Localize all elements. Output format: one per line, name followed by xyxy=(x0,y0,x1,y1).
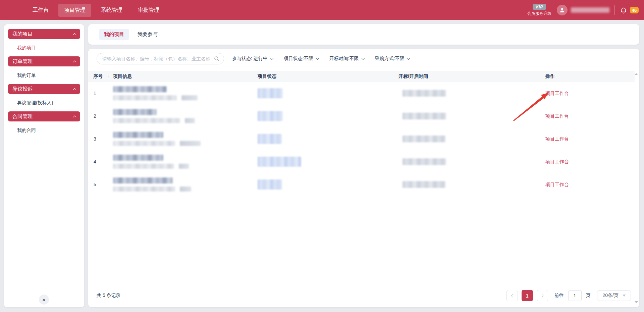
column-header-index: 序号 xyxy=(88,73,108,80)
redacted-time xyxy=(402,90,446,97)
actions-cell: 项目工作台 xyxy=(541,136,635,142)
filter-project-status[interactable]: 项目状态:不限 xyxy=(284,56,319,62)
redacted-status-badge xyxy=(258,88,283,98)
column-header-opening-time: 开标/开启时间 xyxy=(394,73,541,80)
table-header: 序号 项目信息 项目状态 开标/开启时间 操作 xyxy=(88,71,635,82)
chevron-left-icon xyxy=(511,294,514,297)
redacted-project-name xyxy=(113,132,163,138)
scrollbar-up-arrow-icon[interactable] xyxy=(635,73,638,75)
filter-procurement-method[interactable]: 采购方式:不限 xyxy=(375,56,410,62)
row-index: 1 xyxy=(88,91,108,96)
redacted-project-code xyxy=(113,118,180,123)
filter-label: 采购方式:不限 xyxy=(375,56,405,62)
nav-item-project-management[interactable]: 项目管理 xyxy=(58,4,91,17)
project-info-cell xyxy=(108,177,253,192)
project-status-cell xyxy=(253,134,394,144)
column-header-actions: 操作 xyxy=(541,73,635,80)
filter-participation-status[interactable]: 参与状态: 进行中 xyxy=(232,56,273,62)
sidebar-section-order-management: 订单管理 我的订单 xyxy=(4,56,84,80)
content-panel: 参与状态: 进行中 项目状态:不限 开标时间:不限 采购方式:不限 xyxy=(88,49,639,307)
tab-want-to-participate[interactable]: 我要参与 xyxy=(138,31,158,38)
project-workbench-link[interactable]: 项目工作台 xyxy=(545,91,569,96)
project-workbench-link[interactable]: 项目工作台 xyxy=(545,136,569,142)
table-row: 3 项目工作台 xyxy=(88,127,635,150)
prev-page-button[interactable] xyxy=(506,290,518,301)
row-index: 3 xyxy=(88,136,108,142)
sidebar-section-objection-complaint: 异议投诉 异议管理(投标人) xyxy=(4,84,84,107)
goto-page-input[interactable] xyxy=(568,290,582,301)
vip-badge-icon: VIP xyxy=(533,4,546,10)
redacted-project-name xyxy=(113,177,173,184)
redacted-tag xyxy=(180,187,191,192)
nav-right-cluster: VIP 会员服务升级 46 xyxy=(527,4,644,16)
redacted-status-badge xyxy=(258,111,283,121)
vip-caption: 会员服务升级 xyxy=(527,11,551,16)
sidebar-header-label: 订单管理 xyxy=(12,58,33,65)
project-workbench-link[interactable]: 项目工作台 xyxy=(545,159,569,164)
vip-upgrade[interactable]: VIP 会员服务升级 xyxy=(527,4,551,16)
sidebar-header-contract-management[interactable]: 合同管理 xyxy=(8,111,80,121)
project-status-cell xyxy=(253,88,394,98)
person-icon xyxy=(559,7,565,13)
opening-time-cell xyxy=(394,136,541,142)
redacted-project-name xyxy=(113,86,167,92)
filter-bid-opening-time[interactable]: 开标时间:不限 xyxy=(329,56,364,62)
chevron-down-icon xyxy=(270,57,273,60)
page-unit-label: 页 xyxy=(586,293,591,299)
search-box xyxy=(97,53,224,64)
user-avatar[interactable] xyxy=(557,5,568,15)
notification-count-badge: 46 xyxy=(630,7,639,13)
project-status-cell xyxy=(253,111,394,121)
sidebar-section-contract-management: 合同管理 我的合同 xyxy=(4,111,84,135)
redacted-tag xyxy=(180,141,201,146)
sidebar-header-label: 异议投诉 xyxy=(12,86,33,92)
chevron-right-icon xyxy=(540,294,543,297)
search-icon[interactable] xyxy=(214,56,220,62)
opening-time-cell xyxy=(394,181,541,188)
next-page-button[interactable] xyxy=(537,290,548,301)
project-info-cell xyxy=(108,86,253,100)
nav-item-workbench[interactable]: 工作台 xyxy=(27,4,54,17)
project-info-cell xyxy=(108,155,253,169)
redacted-tag xyxy=(185,118,195,123)
project-workbench-link[interactable]: 项目工作台 xyxy=(545,182,569,187)
project-info-cell xyxy=(108,109,253,123)
table-row: 2 项目工作台 xyxy=(88,105,635,127)
table-body: 1 项目工作台 2 xyxy=(88,82,635,196)
redacted-project-name xyxy=(113,155,163,161)
actions-cell: 项目工作台 xyxy=(541,181,635,188)
nav-item-system-management[interactable]: 系统管理 xyxy=(95,4,128,17)
filter-row: 参与状态: 进行中 项目状态:不限 开标时间:不限 采购方式:不限 xyxy=(97,53,633,64)
redacted-status-badge xyxy=(258,134,282,144)
filter-label: 开标时间:不限 xyxy=(329,56,359,62)
sidebar-item-my-contracts[interactable]: 我的合同 xyxy=(8,126,80,135)
table-row: 5 项目工作台 xyxy=(88,173,635,196)
page: 工作台 项目管理 系统管理 审批管理 VIP 会员服务升级 xyxy=(0,0,644,312)
sidebar-header-my-projects[interactable]: 我的项目 xyxy=(8,29,80,39)
redacted-project-code xyxy=(113,141,175,146)
nav-item-approval-management[interactable]: 审批管理 xyxy=(132,4,165,17)
sidebar-header-order-management[interactable]: 订单管理 xyxy=(8,56,80,66)
sidebar-header-objection-complaint[interactable]: 异议投诉 xyxy=(8,84,80,94)
chevron-up-icon xyxy=(73,115,76,119)
chevron-up-icon xyxy=(73,60,76,64)
sidebar-header-label: 我的项目 xyxy=(12,31,33,37)
redacted-tag xyxy=(181,95,198,100)
opening-time-cell xyxy=(394,90,541,97)
current-page-button[interactable]: 1 xyxy=(522,290,533,301)
column-header-project-status: 项目状态 xyxy=(253,73,394,80)
sidebar-item-objection-management[interactable]: 异议管理(投标人) xyxy=(8,99,80,107)
top-navbar: 工作台 项目管理 系统管理 审批管理 VIP 会员服务升级 xyxy=(0,0,644,20)
collapse-icon: « xyxy=(43,297,45,303)
sidebar-collapse-button[interactable]: « xyxy=(39,295,49,305)
notification-area[interactable]: 46 xyxy=(620,6,639,14)
sidebar-item-my-projects[interactable]: 我的项目 xyxy=(8,44,80,52)
sidebar-section-my-projects: 我的项目 我的项目 xyxy=(4,29,84,52)
sidebar-item-my-orders[interactable]: 我的订单 xyxy=(8,71,80,80)
search-input[interactable] xyxy=(97,53,224,64)
project-workbench-link[interactable]: 项目工作台 xyxy=(545,113,569,119)
page-size-select[interactable]: 20条/页 xyxy=(597,290,631,301)
main-nav: 工作台 项目管理 系统管理 审批管理 xyxy=(27,4,165,17)
tab-my-projects[interactable]: 我的项目 xyxy=(99,29,129,40)
caret-down-icon xyxy=(623,295,626,297)
